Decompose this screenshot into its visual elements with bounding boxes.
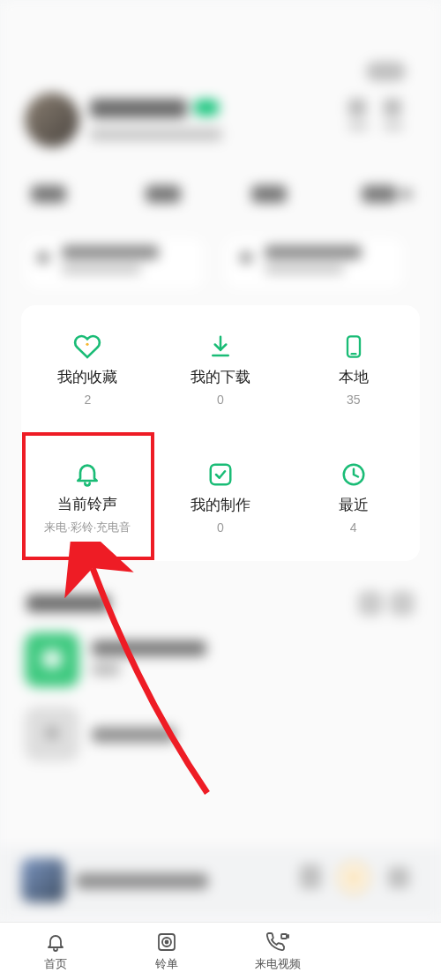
vip-card-a-sub: [62, 265, 141, 274]
player-queue-icon[interactable]: [388, 867, 409, 888]
nav-disc-icon: [155, 931, 178, 954]
player-title: [76, 873, 208, 889]
heart-icon: [72, 332, 102, 362]
player-download-icon[interactable]: [300, 864, 321, 889]
svg-point-7: [166, 941, 168, 944]
library-local-label: 本地: [339, 367, 369, 387]
library-downloads[interactable]: 我的下载 0: [154, 305, 288, 433]
nav-home[interactable]: 首页: [0, 931, 111, 972]
player-cover[interactable]: [21, 858, 65, 902]
tab-1[interactable]: [31, 185, 66, 203]
section-title: [26, 595, 110, 612]
tab-4[interactable]: [362, 185, 397, 203]
bell-icon: [72, 459, 102, 489]
library-grid-card: 我的收藏 2 我的下载 0 本地 35 当前铃声 来电·彩铃·充电音: [21, 305, 420, 561]
nav-call-video-label: 来电视频: [255, 956, 301, 972]
library-favorites-label: 我的收藏: [57, 367, 117, 387]
library-my-productions[interactable]: 我的制作 0: [154, 433, 288, 561]
svg-rect-3: [211, 465, 231, 485]
tab-2[interactable]: [146, 185, 181, 203]
library-my-productions-label: 我的制作: [191, 495, 250, 515]
header-action-2[interactable]: [384, 99, 401, 116]
bottom-nav: 首页 铃单 来电视频: [0, 922, 441, 980]
header-settings-pill[interactable]: [366, 62, 406, 81]
tab-4-chevron-icon: [401, 189, 412, 199]
nav-ring-list-label: 铃单: [155, 956, 178, 972]
tab-3[interactable]: [251, 185, 287, 203]
vip-badge: [194, 100, 219, 116]
user-subtitle: [90, 128, 222, 141]
section-action-2[interactable]: [390, 591, 415, 616]
check-square-icon: [206, 460, 235, 490]
avatar[interactable]: [25, 93, 79, 147]
library-local-count: 35: [347, 393, 361, 407]
player-bar[interactable]: [0, 847, 441, 917]
list-item-2-plus-icon: [46, 727, 58, 739]
vip-card-b-title: [265, 245, 362, 259]
list-item-1-heart-icon: [41, 649, 63, 669]
library-downloads-label: 我的下载: [191, 367, 250, 387]
list-item-2-title: [92, 727, 176, 743]
library-current-ringtone-sub: 来电·彩铃·充电音: [44, 520, 131, 535]
library-current-ringtone-label: 当前铃声: [57, 494, 117, 514]
library-recent-count: 4: [350, 520, 357, 535]
library-downloads-count: 0: [217, 393, 224, 407]
nav-call-video[interactable]: 来电视频: [222, 931, 333, 972]
phone-icon: [339, 332, 369, 362]
vip-card-b-sub: [265, 265, 344, 274]
header-action-2-label: [384, 122, 403, 131]
library-recent-label: 最近: [339, 495, 369, 515]
svg-point-0: [86, 343, 89, 346]
vip-card-b-icon: [240, 251, 252, 264]
list-item-1-sub: [92, 663, 120, 676]
nav-bell-icon: [44, 931, 67, 954]
library-current-ringtone[interactable]: 当前铃声 来电·彩铃·充电音: [21, 433, 154, 561]
vip-card-a-title: [62, 245, 159, 259]
nav-phone-video-icon: [266, 931, 289, 954]
library-local[interactable]: 本地 35: [287, 305, 420, 433]
download-icon: [206, 332, 235, 362]
library-favorites-count: 2: [84, 393, 91, 407]
clock-icon: [339, 460, 369, 490]
header-action-1-label: [348, 122, 368, 131]
library-my-productions-count: 0: [217, 520, 224, 535]
header-action-1[interactable]: [348, 99, 366, 116]
library-recent[interactable]: 最近 4: [287, 433, 420, 561]
vip-card-a-icon: [37, 251, 49, 264]
nav-home-label: 首页: [44, 956, 67, 972]
player-play-dot: [349, 873, 358, 882]
library-favorites[interactable]: 我的收藏 2: [21, 305, 154, 433]
nav-ring-list[interactable]: 铃单: [111, 931, 222, 972]
section-action-1[interactable]: [358, 591, 383, 616]
username-placeholder: [90, 99, 187, 118]
list-item-1-title: [92, 640, 206, 656]
